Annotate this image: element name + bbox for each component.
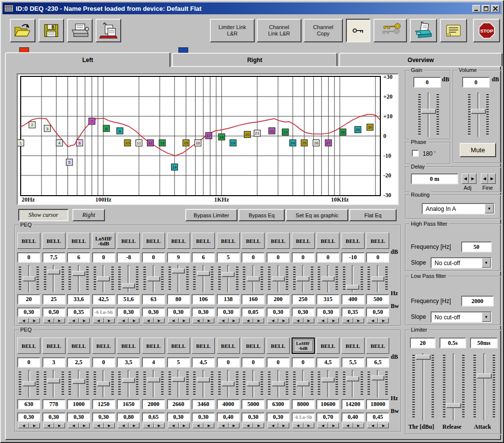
bypass-limiter-button[interactable]: Bypass Limiter [185, 209, 237, 221]
peq-band-19-type-button[interactable]: BELL [92, 338, 115, 354]
peq-band-27-bw-decrease-button[interactable]: ◀ [293, 423, 303, 428]
peq-band-4-type-button[interactable]: LoSHF -6dB [92, 233, 115, 249]
peq-band-16-bw-increase-button[interactable]: ▶ [29, 423, 40, 428]
slider-thumb[interactable] [197, 271, 210, 276]
slider-thumb[interactable] [122, 378, 135, 383]
peq-band-14-bw-increase-button[interactable]: ▶ [353, 318, 364, 323]
routing-dropdown[interactable]: Analog In A ▼ [422, 203, 495, 214]
slider-thumb[interactable] [72, 379, 85, 384]
peq-band-15-bw-decrease-button[interactable]: ◀ [367, 318, 378, 323]
peq-band-20-frequency-value[interactable]: 1650 [117, 399, 140, 409]
peq-band-28-type-button[interactable]: BELL [316, 338, 339, 354]
peq-band-9-bw-decrease-button[interactable]: ◀ [218, 318, 229, 323]
delay-fine-down-button[interactable]: ◀ [481, 173, 488, 184]
peq-band-2-bw-decrease-button[interactable]: ◀ [43, 318, 54, 323]
right-cursor-button[interactable]: Right [72, 209, 105, 221]
slider-thumb[interactable] [272, 381, 285, 386]
slider-thumb[interactable] [477, 374, 492, 378]
peq-band-7-bandwidth-value[interactable]: 0,30 [167, 307, 190, 317]
peq-band-27-bw-increase-button[interactable]: ▶ [303, 423, 314, 428]
hpf-slope-dropdown-arrow-icon[interactable]: ▼ [482, 258, 491, 268]
peq-band-5-gain-value[interactable]: -8 [117, 252, 140, 263]
peq-band-14-gain-value[interactable]: -10 [341, 252, 365, 263]
peq-band-19-frequency-value[interactable]: 1250 [92, 399, 115, 409]
peq-band-21-bandwidth-value[interactable]: 0,65 [142, 412, 165, 422]
peq-band-9-bandwidth-value[interactable]: 0,30 [217, 307, 240, 317]
peq-band-2-bw-increase-button[interactable]: ▶ [54, 318, 65, 323]
peq-band-20-type-button[interactable]: BELL [117, 338, 140, 354]
channel-link-button[interactable]: Channel Link L&R [257, 19, 302, 42]
peq-band-25-type-button[interactable]: BELL [241, 338, 265, 354]
peq-band-27-gain-value[interactable]: 0 [292, 357, 315, 368]
slider-thumb[interactable] [147, 276, 160, 281]
limiter-threshold-field[interactable]: 20 [410, 338, 436, 348]
peq-band-2-type-button[interactable]: BELL [42, 233, 66, 249]
slider-thumb[interactable] [371, 276, 384, 281]
peq-band-5-type-button[interactable]: BELL [117, 233, 140, 249]
hpf-slope-dropdown[interactable]: No cut-off ▼ [431, 257, 492, 269]
slider-thumb[interactable] [272, 276, 285, 281]
peq-band-21-bw-increase-button[interactable]: ▶ [154, 423, 165, 428]
peq-band-24-gain-slider[interactable] [218, 370, 239, 397]
peq-band-11-gain-value[interactable]: 0 [267, 252, 290, 263]
peq-band-11-bandwidth-value[interactable]: 0,30 [267, 307, 290, 317]
peq-band-23-bandwidth-value[interactable]: 0,30 [192, 412, 215, 422]
peq-band-23-bw-increase-button[interactable]: ▶ [203, 423, 214, 428]
slider-thumb[interactable] [346, 376, 359, 381]
peq-band-1-bandwidth-value[interactable]: 0,30 [17, 307, 40, 317]
slider-thumb[interactable] [446, 403, 461, 408]
peq-band-28-bw-decrease-button[interactable]: ◀ [317, 423, 328, 428]
peq-band-26-gain-slider[interactable] [268, 370, 289, 397]
limiter-link-button[interactable]: Limiter Link L&R [210, 19, 255, 42]
peq-band-13-gain-value[interactable]: 0 [316, 252, 339, 263]
tab-right[interactable]: Right [172, 53, 337, 66]
peq-band-18-bw-increase-button[interactable]: ▶ [79, 423, 90, 428]
peq-band-17-bw-decrease-button[interactable]: ◀ [43, 423, 54, 428]
peq-band-4-frequency-value[interactable]: 42,5 [92, 294, 115, 305]
peq-band-17-frequency-value[interactable]: 778 [42, 399, 66, 409]
slider-thumb[interactable] [222, 381, 235, 386]
peq-band-22-bw-decrease-button[interactable]: ◀ [168, 423, 179, 428]
peq-band-18-bandwidth-value[interactable]: 0,30 [67, 412, 90, 422]
peq-band-21-bw-decrease-button[interactable]: ◀ [143, 423, 154, 428]
peq-band-16-gain-slider[interactable] [18, 370, 39, 397]
peq-band-25-gain-value[interactable]: 0 [241, 357, 265, 368]
peq-band-2-bandwidth-value[interactable]: 0,50 [42, 307, 66, 317]
peq-band-9-frequency-value[interactable]: 138 [217, 294, 240, 305]
peq-band-11-type-button[interactable]: BELL [267, 233, 290, 249]
peq-band-24-bandwidth-value[interactable]: 0,40 [217, 412, 240, 422]
peq-band-22-bandwidth-value[interactable]: 0,30 [167, 412, 190, 422]
peq-band-11-frequency-value[interactable]: 200 [267, 294, 290, 305]
peq-band-24-frequency-value[interactable]: 4000 [217, 399, 240, 409]
peq-band-30-bw-decrease-button[interactable]: ◀ [367, 423, 378, 428]
limiter-release-field[interactable]: 0.5s [439, 338, 466, 348]
mute-button[interactable]: Mute [460, 143, 496, 157]
peq-band-14-type-button[interactable]: BELL [341, 233, 365, 249]
peq-band-23-gain-value[interactable]: 4,5 [192, 357, 215, 368]
peq-band-1-frequency-value[interactable]: 20 [17, 294, 40, 305]
peq-band-7-type-button[interactable]: BELL [167, 233, 190, 249]
gain-value-field[interactable]: 0 [413, 77, 441, 88]
peq-band-6-bw-decrease-button[interactable]: ◀ [143, 318, 154, 323]
slider-thumb[interactable] [471, 109, 486, 114]
peq-band-6-gain-slider[interactable] [143, 265, 164, 292]
peq-band-7-gain-slider[interactable] [168, 265, 189, 292]
hpf-frequency-field[interactable]: 50 [461, 241, 492, 252]
peq-band-7-frequency-value[interactable]: 80 [167, 294, 190, 305]
peq-band-12-frequency-value[interactable]: 250 [292, 294, 315, 305]
peq-band-13-type-button[interactable]: BELL [316, 233, 339, 249]
peq-band-19-gain-slider[interactable] [93, 370, 114, 397]
peq-band-15-type-button[interactable]: BELL [366, 233, 389, 249]
slider-thumb[interactable] [97, 381, 110, 386]
show-cursor-button[interactable]: Show cursor [18, 209, 68, 221]
open-file-button[interactable] [10, 19, 35, 42]
peq-band-1-bw-decrease-button[interactable]: ◀ [18, 318, 29, 323]
peq-band-8-bw-increase-button[interactable]: ▶ [203, 318, 214, 323]
peq-band-23-frequency-value[interactable]: 3460 [192, 399, 215, 409]
peq-band-8-gain-slider[interactable] [193, 265, 214, 292]
peq-band-19-bw-increase-button[interactable]: ▶ [104, 423, 115, 428]
peq-band-11-bw-increase-button[interactable]: ▶ [278, 318, 289, 323]
peq-band-3-bw-decrease-button[interactable]: ◀ [68, 318, 79, 323]
peq-band-3-gain-value[interactable]: 6 [67, 252, 90, 263]
peq-band-10-bw-increase-button[interactable]: ▶ [253, 318, 264, 323]
